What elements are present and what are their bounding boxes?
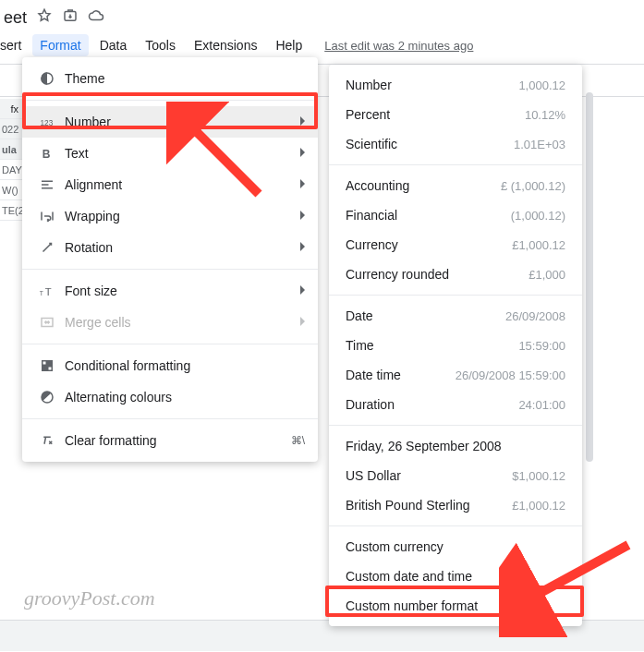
option-example: (1,000.12) <box>511 209 565 223</box>
option-example: £ (1,000.12) <box>501 179 565 193</box>
submenu-scrollbar[interactable] <box>584 65 593 545</box>
option-example: 24:01:00 <box>518 398 565 412</box>
svg-text:T: T <box>45 286 52 297</box>
option-label: Financial <box>346 208 502 223</box>
number-option-percent[interactable]: Percent10.12% <box>329 100 582 129</box>
number-option-custom-number-format[interactable]: Custom number format <box>329 591 582 621</box>
number-option-custom-currency[interactable]: Custom currency <box>329 532 582 561</box>
number-option-duration[interactable]: Duration24:01:00 <box>329 390 582 419</box>
svg-rect-9 <box>43 367 47 371</box>
number-option-financial[interactable]: Financial(1,000.12) <box>329 200 582 230</box>
submenu-arrow-icon <box>300 316 305 329</box>
format-menu: Theme 123 Number B Text Alignment Wrappi… <box>22 57 318 462</box>
option-label: US Dollar <box>346 468 503 483</box>
option-label: Currency <box>346 237 503 252</box>
submenu-arrow-icon <box>300 241 305 254</box>
option-label: Date <box>346 308 496 323</box>
wrap-icon <box>35 208 59 224</box>
format-wrapping[interactable]: Wrapping <box>22 200 318 232</box>
svg-rect-10 <box>48 367 53 371</box>
star-icon[interactable] <box>36 7 53 29</box>
svg-text:T: T <box>40 290 43 296</box>
number-option-friday-26-september-2008[interactable]: Friday, 26 September 2008 <box>329 431 582 461</box>
menu-tools[interactable]: Tools <box>138 34 183 56</box>
align-icon <box>35 176 59 193</box>
fontsize-icon: TT <box>35 283 59 299</box>
option-label: Accounting <box>346 178 492 193</box>
number-option-scientific[interactable]: Scientific1.01E+03 <box>329 129 582 159</box>
format-rotation[interactable]: Rotation <box>22 232 318 263</box>
menu-data[interactable]: Data <box>92 34 135 56</box>
theme-icon <box>35 70 59 87</box>
submenu-arrow-icon <box>300 284 305 297</box>
option-example: $1,000.12 <box>512 469 565 483</box>
format-alignment[interactable]: Alignment <box>22 169 318 200</box>
rotate-icon <box>35 239 59 256</box>
option-label: Time <box>346 338 509 353</box>
number-option-custom-date-and-time[interactable]: Custom date and time <box>329 561 582 591</box>
option-example: 1,000.12 <box>518 78 565 92</box>
format-text[interactable]: B Text <box>22 138 318 169</box>
svg-rect-8 <box>48 361 53 366</box>
number-option-date[interactable]: Date26/09/2008 <box>329 301 582 331</box>
submenu-arrow-icon <box>300 210 305 223</box>
watermark: groovyPost.com <box>24 586 155 610</box>
option-label: British Pound Sterling <box>346 498 503 513</box>
merge-icon <box>35 314 59 331</box>
option-label: Custom currency <box>346 539 565 554</box>
option-label: Date time <box>346 368 446 382</box>
option-label: Friday, 26 September 2008 <box>346 439 565 453</box>
submenu-arrow-icon <box>300 147 305 160</box>
format-altcolours[interactable]: Alternating colours <box>22 381 318 413</box>
number-option-number[interactable]: Number1,000.12 <box>329 70 582 100</box>
option-example: 26/09/2008 15:59:00 <box>456 368 565 382</box>
menu-help[interactable]: Help <box>268 34 310 56</box>
format-theme[interactable]: Theme <box>22 63 318 94</box>
bold-icon: B <box>35 145 59 162</box>
option-label: Currency rounded <box>346 267 519 282</box>
titlebar: eet <box>0 0 644 30</box>
menu-insert[interactable]: sert <box>0 34 29 56</box>
number-option-currency-rounded[interactable]: Currency rounded£1,000 <box>329 260 582 289</box>
format-clear[interactable]: Clear formatting ⌘\ <box>22 425 318 456</box>
number-icon: 123 <box>35 114 59 130</box>
alternating-colours-icon <box>35 389 59 405</box>
number-option-us-dollar[interactable]: US Dollar$1,000.12 <box>329 461 582 490</box>
format-conditional[interactable]: Conditional formatting <box>22 350 318 381</box>
option-label: Custom number format <box>346 598 565 613</box>
option-label: Percent <box>346 107 516 122</box>
format-mergecells: Merge cells <box>22 307 318 338</box>
option-label: Number <box>346 78 509 92</box>
option-example: 15:59:00 <box>518 339 565 353</box>
number-option-accounting[interactable]: Accounting£ (1,000.12) <box>329 171 582 200</box>
menu-format[interactable]: Format <box>32 34 88 56</box>
svg-rect-7 <box>43 361 47 366</box>
number-option-time[interactable]: Time15:59:00 <box>329 331 582 360</box>
scrollbar-thumb[interactable] <box>586 92 593 462</box>
last-edit-link[interactable]: Last edit was 2 minutes ago <box>324 39 473 53</box>
number-option-date-time[interactable]: Date time26/09/2008 15:59:00 <box>329 360 582 390</box>
option-label: Scientific <box>346 137 504 151</box>
move-icon[interactable] <box>62 7 79 29</box>
option-example: 26/09/2008 <box>505 309 565 323</box>
option-example: £1,000 <box>529 268 565 282</box>
cloud-status-icon[interactable] <box>88 7 104 29</box>
option-label: Duration <box>346 397 509 412</box>
format-number[interactable]: 123 Number <box>22 106 318 138</box>
conditional-format-icon <box>35 357 59 374</box>
option-example: £1,000.12 <box>512 238 565 252</box>
doc-name-fragment: eet <box>4 8 27 28</box>
submenu-arrow-icon <box>300 178 305 191</box>
option-example: £1,000.12 <box>512 499 565 513</box>
number-option-british-pound-sterling[interactable]: British Pound Sterling£1,000.12 <box>329 490 582 520</box>
option-label: Custom date and time <box>346 569 565 584</box>
menu-extensions[interactable]: Extensions <box>187 34 264 56</box>
fx-label: fx <box>10 99 18 119</box>
shortcut-label: ⌘\ <box>291 434 305 447</box>
svg-text:123: 123 <box>41 119 54 127</box>
format-fontsize[interactable]: TT Font size <box>22 275 318 307</box>
option-example: 10.12% <box>525 108 565 122</box>
option-example: 1.01E+03 <box>514 138 565 151</box>
number-option-currency[interactable]: Currency£1,000.12 <box>329 230 582 260</box>
svg-text:B: B <box>43 148 51 161</box>
